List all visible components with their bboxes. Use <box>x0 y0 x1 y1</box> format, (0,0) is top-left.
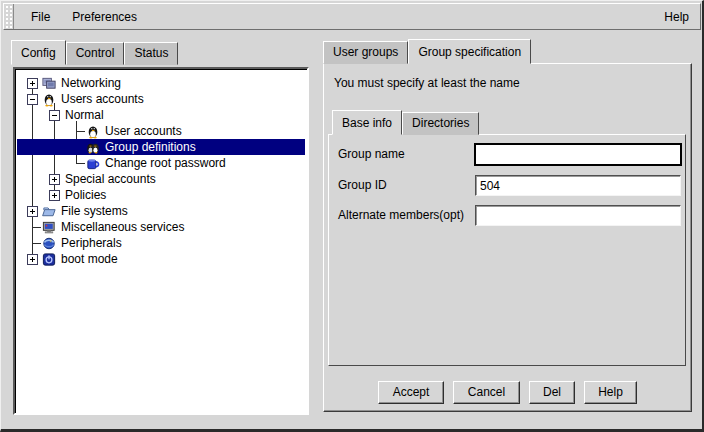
config-tree-panel: Networking Users accounts Normal User ac… <box>13 67 309 415</box>
expander-users-accounts[interactable] <box>27 94 38 105</box>
tree-item-group-definitions[interactable]: Group definitions <box>17 139 305 155</box>
cancel-button[interactable]: Cancel <box>453 381 520 404</box>
folder-icon <box>41 204 57 219</box>
alternate-members-label: Alternate members(opt) <box>338 208 464 222</box>
menu-help[interactable]: Help <box>653 6 700 28</box>
menubar-grip-handle[interactable] <box>4 4 14 29</box>
mug-icon <box>85 156 101 171</box>
left-tab-strip: Config Control Status <box>11 40 178 65</box>
tree-item-label: Users accounts <box>61 92 144 106</box>
panel-message: You must specify at least the name <box>334 76 520 90</box>
tab-config[interactable]: Config <box>11 40 66 65</box>
globe-icon <box>41 236 57 251</box>
tree-item-miscellaneous-services[interactable]: Miscellaneous services <box>17 219 305 235</box>
help-button[interactable]: Help <box>584 381 637 404</box>
group-id-label: Group ID <box>338 178 387 192</box>
tree-item-peripherals[interactable]: Peripherals <box>17 235 305 251</box>
linuxconf-window: File Preferences Help Config Control Sta… <box>0 0 704 432</box>
expander-policies[interactable] <box>49 190 60 201</box>
menu-preferences[interactable]: Preferences <box>61 6 148 28</box>
action-button-row: Accept Cancel Del Help <box>324 380 691 404</box>
expander-special-accounts[interactable] <box>49 174 60 185</box>
tree-item-label: Normal <box>65 108 104 122</box>
tree-item-label: Networking <box>61 76 121 90</box>
tree-item-label: Miscellaneous services <box>61 220 184 234</box>
tree-item-label: Peripherals <box>61 236 122 250</box>
tab-status[interactable]: Status <box>124 42 178 65</box>
expander-networking[interactable] <box>27 78 38 89</box>
expander-normal[interactable] <box>49 110 60 121</box>
inner-tab-strip: Base info Directories <box>332 110 479 135</box>
tree-item-change-root-password[interactable]: Change root password <box>17 155 305 171</box>
tree-item-file-systems[interactable]: File systems <box>17 203 305 219</box>
group-name-label: Group name <box>338 147 405 161</box>
tree-item-label: User accounts <box>105 124 182 138</box>
tab-directories[interactable]: Directories <box>402 112 479 135</box>
config-tree: Networking Users accounts Normal User ac… <box>17 71 305 411</box>
monitor-icon <box>41 220 57 235</box>
tree-item-label: Policies <box>65 188 106 202</box>
penguin-icon <box>41 92 57 107</box>
penguin-group-icon <box>85 140 101 155</box>
tree-item-label: boot mode <box>61 252 118 266</box>
group-specification-panel: You must specify at least the name Base … <box>323 63 692 412</box>
tree-item-networking[interactable]: Networking <box>17 75 305 91</box>
group-id-input[interactable] <box>475 175 681 196</box>
tree-item-boot-mode[interactable]: boot mode <box>17 251 305 267</box>
tree-item-special-accounts[interactable]: Special accounts <box>17 171 305 187</box>
tree-item-user-accounts[interactable]: User accounts <box>17 123 305 139</box>
expander-file-systems[interactable] <box>27 206 38 217</box>
penguin-icon <box>85 124 101 139</box>
base-info-frame: Group name Group ID Alternate members(op… <box>328 134 686 366</box>
tab-user-groups[interactable]: User groups <box>323 41 408 64</box>
menu-file[interactable]: File <box>20 6 61 28</box>
tree-item-users-accounts[interactable]: Users accounts <box>17 91 305 107</box>
tree-item-label: File systems <box>61 204 128 218</box>
networking-icon <box>41 76 57 91</box>
right-tab-strip: User groups Group specification <box>323 39 531 64</box>
expander-boot-mode[interactable] <box>27 254 38 265</box>
del-button[interactable]: Del <box>529 381 575 404</box>
tree-item-label: Group definitions <box>105 140 196 154</box>
tree-item-policies[interactable]: Policies <box>17 187 305 203</box>
menu-bar: File Preferences Help <box>3 3 701 30</box>
alternate-members-input[interactable] <box>475 205 681 226</box>
power-icon <box>41 252 57 267</box>
tree-item-label: Special accounts <box>65 172 156 186</box>
tree-item-normal[interactable]: Normal <box>17 107 305 123</box>
tab-control[interactable]: Control <box>66 42 125 65</box>
accept-button[interactable]: Accept <box>378 381 444 404</box>
group-name-input[interactable] <box>474 143 682 166</box>
tree-item-label: Change root password <box>105 156 226 170</box>
tab-group-specification[interactable]: Group specification <box>408 39 531 64</box>
tab-base-info[interactable]: Base info <box>332 110 402 135</box>
